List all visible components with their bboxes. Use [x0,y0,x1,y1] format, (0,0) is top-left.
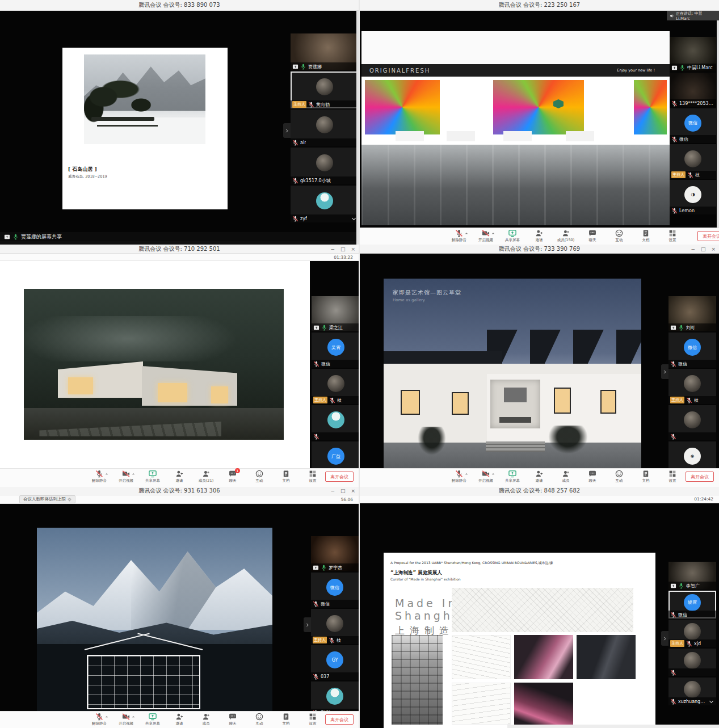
window-controls[interactable]: − □ × [330,245,355,253]
toolbar-doc-button[interactable]: 文档 [636,229,655,243]
exhibition-photo-1 [514,635,573,679]
window-controls[interactable]: − □ × [691,245,716,253]
doc-icon [282,713,290,721]
participant-tile[interactable]: 主持人枝 [668,369,716,404]
participant-tile[interactable]: zyf [291,186,359,222]
collapse-panel-button[interactable] [661,364,668,379]
collapse-panel-button[interactable] [661,631,668,646]
participant-tile[interactable]: 梁之江 [312,296,359,331]
reflective-floor [361,145,670,225]
toolbar-doc-button[interactable]: 文档 [276,470,296,483]
participant-tile[interactable]: 微信微信 [311,573,359,608]
toolbar-members-button[interactable]: 成员(21) [196,470,216,483]
toolbar-cam-off-button[interactable]: 开启视频 [116,713,136,726]
toolbar-share-screen-button[interactable]: 共享屏幕 [143,713,162,726]
participant-tile[interactable]: xuzhuangzhuang [668,677,716,705]
participant-tile[interactable] [668,649,716,676]
participant-tile[interactable]: 主持人枝 [670,144,716,179]
participant-tile[interactable]: ◑Lemon [670,180,716,214]
toolbar-members-button[interactable]: 成员 [556,470,575,483]
titlebar[interactable]: 腾讯会议 会议号: 710 292 501 − □ × [0,245,359,254]
titlebar[interactable]: 腾讯会议 会议号: 848 257 682 [360,487,719,495]
scrollbar[interactable] [717,11,719,245]
toolbar-smiley-button[interactable]: 互动 [250,713,269,726]
participant-name-bar [312,432,359,440]
toolbar-share-screen-button[interactable]: 共享屏幕 [503,470,522,483]
toolbar-cam-off-button[interactable]: 开启视频 [476,229,495,243]
avatar: 微信 [684,115,701,132]
participant-tile[interactable] [668,405,716,440]
meeting-window-1: 腾讯会议 会议号: 833 890 073 [ 石岛山居 ] 威海石岛, 201… [0,0,360,245]
toolbar-members-button[interactable]: 成员 [196,713,216,726]
window-controls[interactable]: − □ × [330,487,355,495]
participant-tile[interactable]: gk1517.0小城 [291,148,359,184]
participant-strip: 刘可微信微信主持人枝❋道远山居 [668,296,716,477]
participant-tile[interactable]: 139****2053微信用户 [670,73,716,107]
toolbar-invite-button[interactable]: 邀请 [529,229,549,243]
mic-icon [679,65,686,71]
leave-meeting-button[interactable]: 离开会议 [697,231,719,241]
toolbar-cam-off-button[interactable]: 开启视频 [116,470,136,483]
caret-up-icon [465,232,468,235]
participant-tile[interactable]: 李智广 [668,562,716,590]
toolbar-grid-button[interactable]: 设置 [303,470,322,483]
toolbar-smiley-button[interactable]: 互动 [250,470,269,483]
caret-up-icon [132,715,135,718]
participant-tile[interactable]: 微信微信 [668,333,716,368]
status-bar: 会议人数即将达到上限 56:06 [0,495,359,504]
participant-tile[interactable]: 吴霄微信 [312,333,359,368]
capacity-notice[interactable]: 会议人数即将达到上限 [19,495,75,503]
participant-tile[interactable]: 中晨Li.Marc [670,37,716,71]
participant-tile[interactable]: 主持人黄向勃 [291,71,359,108]
toolbar-members-button[interactable]: 成员(150) [556,229,575,243]
toolbar-grid-button[interactable]: 设置 [663,229,682,243]
toolbar-cam-off-button[interactable]: 开启视频 [476,470,495,483]
toolbar-doc-button[interactable]: 文档 [276,713,296,726]
toolbar-invite-button[interactable]: 邀请 [170,713,189,726]
collapse-panel-button[interactable] [283,123,291,138]
participant-tile[interactable]: 微信微信 [670,108,716,143]
toolbar-grid-button[interactable]: 设置 [663,470,682,483]
titlebar[interactable]: 腾讯会议 会议号: 931 613 306 − □ × [0,487,359,495]
toolbar-chat-button[interactable]: 聊天 [583,229,602,243]
participant-tile[interactable]: 饶霄微信 [668,591,716,618]
mic-off-icon [670,612,676,618]
mountain-sketch-photo [37,528,272,726]
toolbar-invite-button[interactable]: 邀请 [170,470,189,483]
toolbar-smiley-button[interactable]: 互动 [609,470,629,483]
participant-tile[interactable]: 主持人枝 [312,369,359,404]
toolbar-button-label: 开启视频 [478,238,493,243]
participant-tile[interactable]: 贾莲娜 [291,33,359,70]
titlebar[interactable]: 腾讯会议 会议号: 833 890 073 [0,0,359,11]
toolbar-grid-button[interactable]: 设置 [303,713,322,726]
participant-tile[interactable] [312,405,359,440]
participant-tile[interactable]: 主持人枝 [311,609,359,644]
leave-meeting-button[interactable]: 离开会议 [686,472,714,482]
participant-tile[interactable]: 罗宇杰 [311,536,359,571]
toolbar-mic-off-button[interactable]: 解除静音 [449,470,469,483]
toolbar-button-label: 开启视频 [119,478,133,483]
toolbar-mic-off-button[interactable]: 解除静音 [90,713,109,726]
titlebar[interactable]: 腾讯会议 会议号: 733 390 769 − □ × [360,245,719,254]
toolbar-mic-off-button[interactable]: 解除静音 [90,470,109,483]
toolbar-button-label: 解除静音 [92,721,107,726]
toolbar-invite-button[interactable]: 邀请 [529,470,549,483]
participant-tile[interactable]: GY037 [311,645,359,680]
toolbar-share-screen-button[interactable]: 共享屏幕 [143,470,162,483]
participant-tile[interactable]: 刘可 [668,296,716,331]
toolbar-smiley-button[interactable]: 互动 [609,229,629,243]
scrollbar[interactable] [356,11,359,245]
leave-meeting-button[interactable]: 离开会议 [325,472,354,482]
toolbar-doc-button[interactable]: 文档 [636,470,655,483]
leave-meeting-button[interactable]: 离开会议 [325,714,354,725]
toolbar-share-screen-button[interactable]: 共享屏幕 [503,229,522,243]
participant-tile[interactable]: 主持人xjd [668,620,716,647]
toolbar-chat-button[interactable]: 聊天 [223,713,242,726]
toolbar-mic-off-button[interactable]: 解除静音 [449,229,469,243]
collapse-panel-button[interactable] [304,617,311,632]
toolbar-chat-button[interactable]: 聊天 [583,470,602,483]
participant-tile[interactable]: air [291,110,359,146]
titlebar[interactable]: 腾讯会议 会议号: 223 250 167 [360,0,719,11]
toolbar-chat-button[interactable]: 1聊天 [223,470,242,483]
mic-off-icon [313,674,319,680]
